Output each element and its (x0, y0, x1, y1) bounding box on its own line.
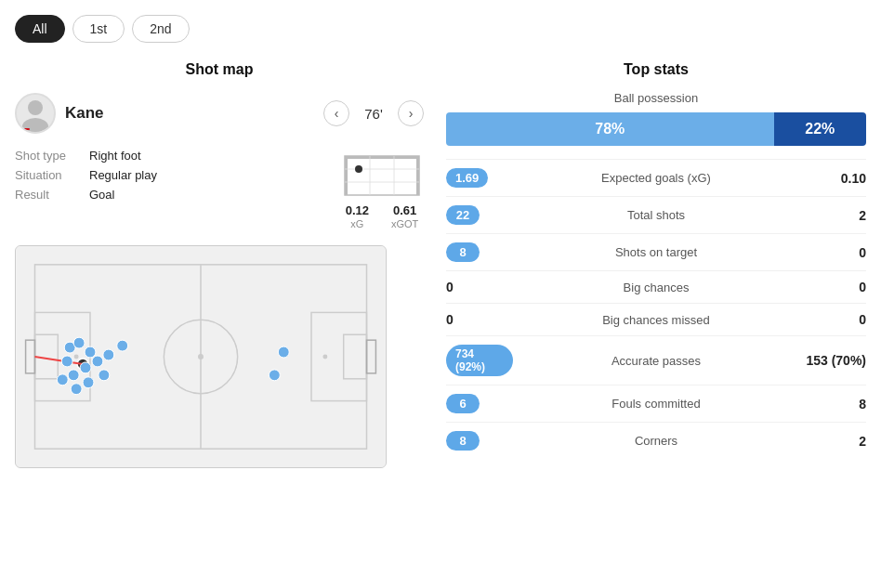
svg-point-36 (103, 349, 114, 360)
svg-point-40 (278, 346, 289, 358)
stat-row: 6 Fouls committed 8 (446, 385, 866, 422)
goal-stats: 0.12 xG 0.61 xGOT (346, 203, 419, 230)
svg-point-28 (73, 337, 85, 348)
stat-row: 22 Total shots 2 (446, 196, 866, 233)
situation-row: Situation Regular play (15, 168, 333, 182)
goal-frame: 0.12 xG 0.61 xGOT (340, 149, 424, 230)
xgot-label: xGOT (391, 218, 418, 229)
stat-away: 2 (799, 208, 866, 223)
possession-home: 78% (446, 112, 774, 146)
shot-map-panel: Shot map Kane ‹ 76' › Shot type (15, 61, 424, 468)
player-name: Kane (65, 104, 314, 123)
tab-1st[interactable]: 1st (72, 15, 125, 43)
top-stats-title: Top stats (446, 61, 866, 78)
stat-home: 8 (446, 242, 513, 262)
shot-map-title: Shot map (15, 61, 424, 78)
possession-bar: 78% 22% (446, 112, 866, 146)
svg-rect-5 (416, 156, 419, 195)
shot-info: Shot type Right foot Situation Regular p… (15, 149, 333, 207)
shot-type-value: Right foot (89, 149, 141, 163)
xgot-stat: 0.61 xGOT (391, 203, 418, 230)
stat-away: 153 (70%) (799, 353, 866, 368)
svg-point-31 (61, 356, 72, 367)
next-shot-button[interactable]: › (398, 100, 424, 126)
tab-all[interactable]: All (15, 15, 65, 43)
top-stats-panel: Top stats Ball possession 78% 22% 1.69 E… (446, 61, 866, 468)
svg-point-11 (355, 165, 362, 173)
svg-point-32 (68, 370, 79, 381)
stat-home-plain: 0 (446, 312, 454, 327)
shot-type-label: Shot type (15, 149, 78, 163)
period-tabs: All 1st 2nd (15, 15, 866, 43)
svg-point-24 (322, 355, 327, 359)
situation-value: Regular play (89, 168, 157, 182)
stat-away: 2 (799, 434, 866, 449)
pitch-svg (16, 246, 386, 467)
stat-label: Corners (513, 434, 799, 448)
stat-home: 8 (446, 431, 513, 451)
stat-home: 22 (446, 205, 513, 225)
svg-point-30 (80, 362, 91, 373)
svg-point-23 (74, 355, 79, 359)
svg-point-39 (117, 340, 128, 351)
stat-away: 0 (799, 312, 866, 327)
stat-row: 0 Big chances 0 (446, 270, 866, 303)
shot-details: Shot type Right foot Situation Regular p… (15, 149, 424, 230)
xg-stat: 0.12 xG (346, 203, 369, 230)
possession-label: Ball possession (446, 91, 866, 105)
stat-home-badge: 1.69 (446, 168, 488, 188)
main-content: Shot map Kane ‹ 76' › Shot type (15, 61, 866, 468)
xg-value: 0.12 (346, 203, 369, 217)
stats-rows: 1.69 Expected goals (xG) 0.10 22 Total s… (446, 159, 866, 459)
stat-row: 734 (92%) Accurate passes 153 (70%) (446, 335, 866, 385)
prev-shot-button[interactable]: ‹ (323, 100, 349, 126)
svg-rect-4 (345, 156, 348, 195)
stat-home-badge: 8 (446, 431, 480, 451)
stat-home: 1.69 (446, 168, 513, 188)
stat-row: 8 Corners 2 (446, 422, 866, 459)
stat-away: 8 (799, 397, 866, 412)
svg-point-37 (57, 374, 68, 385)
possession-away: 22% (774, 112, 866, 146)
stat-row: 8 Shots on target 0 (446, 233, 866, 270)
pitch-map (15, 245, 387, 468)
stat-label: Fouls committed (513, 397, 799, 411)
stat-home-plain: 0 (446, 280, 454, 294)
stat-home-badge: 22 (446, 205, 480, 225)
stat-label: Shots on target (513, 245, 799, 259)
avatar (15, 93, 56, 134)
stat-away: 0 (799, 280, 866, 294)
svg-point-35 (83, 377, 94, 388)
xg-label: xG (350, 218, 363, 229)
shot-type-row: Shot type Right foot (15, 149, 333, 163)
shot-time: 76' (359, 106, 388, 122)
stat-label: Expected goals (xG) (513, 171, 799, 185)
svg-rect-3 (345, 156, 419, 195)
result-value: Goal (89, 188, 114, 202)
goal-diagram (340, 149, 424, 200)
svg-point-38 (71, 384, 82, 395)
stat-label: Big chances missed (513, 313, 799, 327)
svg-rect-6 (345, 156, 419, 159)
stat-home-badge: 734 (92%) (446, 345, 513, 376)
result-row: Result Goal (15, 188, 333, 202)
stat-row: 0 Big chances missed 0 (446, 303, 866, 335)
stat-away: 0.10 (799, 171, 866, 186)
stat-home-badge: 6 (446, 394, 480, 413)
stat-home-badge: 8 (446, 242, 480, 262)
svg-point-41 (269, 370, 280, 381)
stat-home: 734 (92%) (446, 345, 513, 376)
stat-home: 0 (446, 280, 513, 294)
stat-label: Accurate passes (513, 354, 799, 368)
situation-label: Situation (15, 168, 78, 182)
result-label: Result (15, 188, 78, 202)
stat-label: Total shots (513, 208, 799, 222)
stat-label: Big chances (513, 281, 799, 294)
svg-point-16 (198, 354, 204, 359)
tab-2nd[interactable]: 2nd (132, 15, 189, 43)
stat-row: 1.69 Expected goals (xG) 0.10 (446, 159, 866, 196)
svg-point-29 (85, 346, 96, 358)
svg-point-33 (92, 356, 103, 367)
xgot-value: 0.61 (391, 203, 418, 217)
svg-rect-2 (22, 128, 30, 130)
